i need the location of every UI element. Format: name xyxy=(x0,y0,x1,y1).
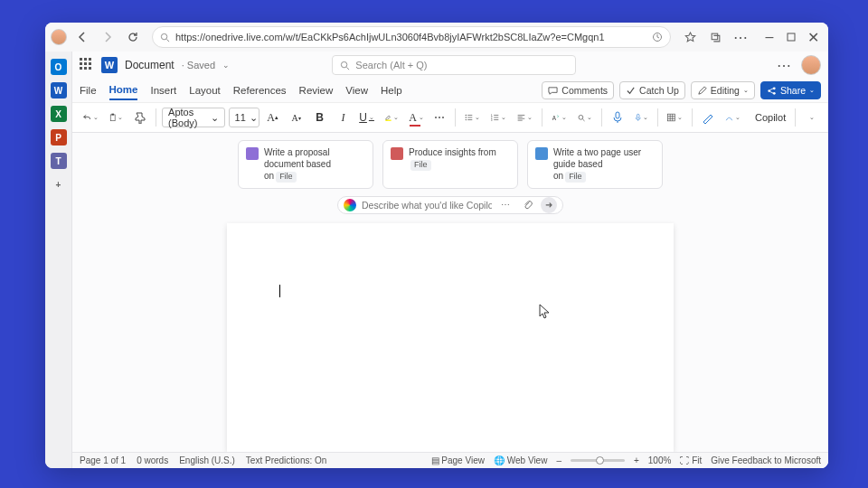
tab-layout[interactable]: Layout xyxy=(189,81,221,99)
tab-references[interactable]: References xyxy=(233,81,287,99)
svg-text:A: A xyxy=(552,115,556,121)
styles-button[interactable]: A⌄ xyxy=(548,107,571,128)
numbering-button[interactable]: 123⌄ xyxy=(487,107,510,128)
italic-button[interactable]: I xyxy=(334,107,354,128)
copilot-icon xyxy=(344,199,356,211)
voice-button[interactable]: ⌄ xyxy=(631,107,652,128)
svg-text:3: 3 xyxy=(491,118,493,122)
fit-button[interactable]: ⛶ Fit xyxy=(680,455,702,465)
rail-add[interactable]: + xyxy=(51,176,67,192)
svg-point-4 xyxy=(342,61,347,67)
copilot-suggestion-1[interactable]: Produce insights from File xyxy=(382,140,518,189)
svg-rect-3 xyxy=(788,33,795,41)
prompt-attach-button[interactable] xyxy=(519,197,535,213)
catchup-icon xyxy=(626,86,636,96)
font-name-select[interactable]: Aptos (Body)⌄ xyxy=(162,108,224,127)
feedback-link[interactable]: Give Feedback to Microsoft xyxy=(711,455,821,465)
refresh-button[interactable] xyxy=(123,27,143,47)
window-controls: – ✕ xyxy=(760,27,823,47)
favorite-button[interactable] xyxy=(680,27,700,47)
rail-word[interactable]: W xyxy=(51,82,67,99)
status-predictions[interactable]: Text Predictions: On xyxy=(246,455,326,465)
copilot-prompt-input[interactable] xyxy=(362,200,492,211)
status-language[interactable]: English (U.S.) xyxy=(179,455,235,465)
find-button[interactable]: ⌄ xyxy=(574,107,596,128)
page-view-button[interactable]: ▤ Page View xyxy=(431,455,485,465)
zoom-in-button[interactable]: + xyxy=(634,455,639,465)
back-button[interactable] xyxy=(72,27,92,47)
underline-button[interactable]: U⌄ xyxy=(357,107,377,128)
rail-powerpoint[interactable]: P xyxy=(51,129,67,145)
rail-teams[interactable]: T xyxy=(51,153,67,169)
catchup-button[interactable]: Catch Up xyxy=(619,81,685,99)
tab-help[interactable]: Help xyxy=(381,81,402,99)
copilot-suggestion-2[interactable]: Write a two page user guide based onFile xyxy=(527,140,663,189)
copilot-suggestion-0[interactable]: Write a proposal document based onFile xyxy=(238,140,373,189)
tab-file[interactable]: File xyxy=(80,81,97,99)
svg-rect-20 xyxy=(637,114,638,117)
ribbon-tabs: FileHomeInsertLayoutReferencesReviewView… xyxy=(72,79,828,102)
search-box[interactable]: Search (Alt + Q) xyxy=(332,55,576,75)
rail-excel[interactable]: X xyxy=(51,106,67,122)
shrink-font-button[interactable]: A▾ xyxy=(287,107,307,128)
dictate-button[interactable] xyxy=(608,107,627,128)
tab-insert[interactable]: Insert xyxy=(150,81,176,99)
address-bar[interactable] xyxy=(152,26,671,48)
header-more-button[interactable]: ⋯ xyxy=(774,55,794,75)
browser-more-button[interactable]: ⋯ xyxy=(731,27,750,47)
font-size-select[interactable]: 11⌄ xyxy=(229,108,259,127)
draw-button[interactable]: ⌄ xyxy=(722,107,744,128)
prompt-send-button[interactable]: ➜ xyxy=(541,197,557,213)
document-page[interactable] xyxy=(227,223,674,452)
minimize-button[interactable]: – xyxy=(760,27,779,47)
format-painter-button[interactable] xyxy=(130,107,150,128)
bold-button[interactable]: B xyxy=(310,107,330,128)
bullets-button[interactable]: ⌄ xyxy=(461,107,484,128)
status-page[interactable]: Page 1 of 1 xyxy=(80,455,126,465)
prompt-more-button[interactable]: ⋯ xyxy=(497,197,514,213)
align-button[interactable]: ⌄ xyxy=(514,107,536,128)
zoom-slider[interactable] xyxy=(571,459,625,462)
rail-outlook[interactable]: O xyxy=(51,59,67,75)
tab-review[interactable]: Review xyxy=(299,81,334,99)
copilot-ribbon-button[interactable]: Copilot xyxy=(748,107,790,128)
maximize-button[interactable] xyxy=(781,27,801,47)
status-words[interactable]: 0 words xyxy=(137,455,168,465)
document-name[interactable]: Document xyxy=(125,59,175,71)
comments-button[interactable]: Comments xyxy=(542,81,614,99)
svg-rect-19 xyxy=(616,112,619,118)
profile-avatar[interactable] xyxy=(51,29,67,45)
zoom-level[interactable]: 100% xyxy=(648,455,672,465)
ink-button[interactable] xyxy=(698,107,718,128)
web-view-button[interactable]: 🌐 Web View xyxy=(494,455,547,465)
document-canvas: Write a proposal document based onFilePr… xyxy=(72,133,828,452)
file-tag: File xyxy=(276,172,297,183)
suggestion-icon xyxy=(246,147,259,160)
zoom-out-button[interactable]: – xyxy=(556,455,561,465)
highlight-button[interactable]: ⌄ xyxy=(381,107,403,128)
tab-home[interactable]: Home xyxy=(109,80,138,100)
collections-button[interactable] xyxy=(705,27,725,47)
tracking-icon[interactable] xyxy=(652,32,663,42)
more-font-button[interactable]: ⋯ xyxy=(429,107,449,128)
ribbon-overflow-button[interactable]: ⌄ xyxy=(801,107,821,128)
share-button[interactable]: Share⌄ xyxy=(760,81,821,99)
chevron-down-icon[interactable]: ⌄ xyxy=(222,61,230,70)
url-input[interactable] xyxy=(175,32,646,42)
copilot-suggestions: Write a proposal document based onFilePr… xyxy=(238,140,663,189)
app-launcher-icon[interactable] xyxy=(80,58,94,72)
copilot-prompt-bar[interactable]: ⋯ ➜ xyxy=(337,196,563,214)
tab-view[interactable]: View xyxy=(345,81,368,99)
font-color-button[interactable]: A⌄ xyxy=(406,107,426,128)
svg-rect-21 xyxy=(668,114,675,121)
grow-font-button[interactable]: A▴ xyxy=(263,107,283,128)
editing-mode-button[interactable]: Editing⌄ xyxy=(691,81,755,99)
paste-button[interactable]: ⌄ xyxy=(106,107,127,128)
undo-button[interactable]: ⌄ xyxy=(80,107,102,128)
table-button[interactable]: ⌄ xyxy=(664,107,686,128)
forward-button[interactable] xyxy=(98,27,118,47)
svg-rect-9 xyxy=(111,114,113,116)
user-avatar[interactable] xyxy=(801,55,821,75)
svg-point-12 xyxy=(466,117,467,117)
close-button[interactable]: ✕ xyxy=(803,27,823,47)
